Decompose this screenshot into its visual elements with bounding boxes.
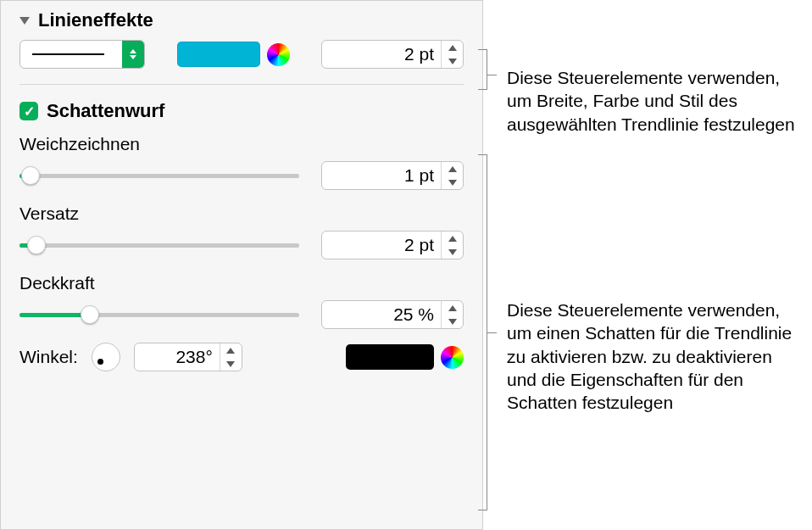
annotation-shadow-controls: Diese Steuerelemente verwenden, um einen… bbox=[507, 298, 804, 414]
shadow-color-swatch[interactable] bbox=[346, 344, 434, 370]
line-style-row: 2 pt bbox=[19, 40, 464, 69]
color-wheel-icon[interactable] bbox=[441, 346, 464, 369]
angle-row: Winkel: 238° bbox=[19, 343, 464, 371]
divider bbox=[19, 84, 464, 85]
opacity-group: Deckkraft 25 % bbox=[19, 273, 464, 329]
shadow-color-control bbox=[346, 344, 464, 370]
shadow-checkbox-row: ✓ Schattenwurf bbox=[19, 100, 464, 122]
annotation-line-controls: Diese Steuerelemente verwenden, um Breit… bbox=[507, 66, 795, 136]
slider-thumb-icon[interactable] bbox=[81, 305, 99, 324]
offset-value[interactable]: 2 pt bbox=[322, 235, 441, 255]
step-up-icon[interactable] bbox=[442, 162, 463, 176]
step-up-icon[interactable] bbox=[442, 41, 463, 54]
stroke-preview-icon bbox=[32, 53, 104, 55]
shadow-title: Schattenwurf bbox=[47, 100, 164, 122]
opacity-slider[interactable] bbox=[19, 313, 299, 317]
offset-label: Versatz bbox=[19, 204, 464, 224]
offset-slider[interactable] bbox=[19, 243, 299, 248]
opacity-label: Deckkraft bbox=[19, 273, 464, 293]
stroke-color-control bbox=[177, 42, 290, 67]
bracket-tick-icon bbox=[487, 332, 497, 333]
angle-indicator-icon bbox=[97, 359, 103, 365]
step-down-icon[interactable] bbox=[442, 245, 463, 259]
opacity-stepper[interactable] bbox=[441, 301, 463, 328]
blur-group: Weichzeichnen 1 pt bbox=[19, 134, 464, 190]
slider-fill bbox=[19, 313, 90, 317]
bracket-icon bbox=[487, 154, 487, 510]
stroke-width-stepper[interactable] bbox=[441, 41, 463, 68]
offset-group: Versatz 2 pt bbox=[19, 204, 464, 259]
step-up-icon[interactable] bbox=[442, 232, 463, 245]
offset-field[interactable]: 2 pt bbox=[321, 231, 464, 259]
checkmark-icon: ✓ bbox=[24, 103, 35, 120]
blur-label: Weichzeichnen bbox=[19, 134, 464, 154]
color-wheel-icon[interactable] bbox=[267, 43, 290, 66]
stroke-style-select[interactable] bbox=[19, 40, 145, 69]
opacity-field[interactable]: 25 % bbox=[321, 300, 464, 329]
slider-thumb-icon[interactable] bbox=[27, 236, 46, 254]
slider-thumb-icon[interactable] bbox=[21, 166, 40, 185]
bracket-icon bbox=[487, 49, 487, 90]
stroke-width-value[interactable]: 2 pt bbox=[322, 44, 441, 64]
angle-stepper[interactable] bbox=[220, 343, 242, 371]
step-down-icon[interactable] bbox=[220, 357, 242, 371]
disclosure-triangle-icon[interactable] bbox=[19, 17, 30, 25]
stroke-color-swatch[interactable] bbox=[177, 42, 260, 67]
shadow-checkbox[interactable]: ✓ bbox=[19, 102, 38, 120]
angle-label: Winkel: bbox=[19, 347, 78, 367]
step-down-icon[interactable] bbox=[442, 176, 463, 189]
stroke-dropdown-button[interactable] bbox=[122, 41, 144, 68]
updown-arrows-icon bbox=[130, 49, 136, 59]
step-down-icon[interactable] bbox=[442, 54, 463, 68]
line-effects-header[interactable]: Linieneffekte bbox=[19, 9, 464, 31]
angle-field[interactable]: 238° bbox=[134, 343, 242, 371]
step-down-icon[interactable] bbox=[442, 315, 463, 328]
angle-value[interactable]: 238° bbox=[135, 347, 220, 367]
blur-field[interactable]: 1 pt bbox=[321, 161, 464, 190]
opacity-value[interactable]: 25 % bbox=[322, 304, 441, 325]
step-up-icon[interactable] bbox=[442, 301, 463, 315]
annotation-area: Diese Steuerelemente verwenden, um Breit… bbox=[483, 0, 812, 530]
step-up-icon[interactable] bbox=[220, 343, 242, 357]
stroke-width-field[interactable]: 2 pt bbox=[321, 40, 464, 69]
inspector-panel: Linieneffekte 2 pt ✓ Schattenwurf Weichz… bbox=[0, 0, 483, 530]
bracket-tick-icon bbox=[487, 75, 497, 75]
blur-stepper[interactable] bbox=[441, 162, 463, 189]
angle-dial[interactable] bbox=[92, 343, 120, 371]
blur-value[interactable]: 1 pt bbox=[322, 165, 441, 186]
blur-slider[interactable] bbox=[19, 174, 299, 178]
offset-stepper[interactable] bbox=[441, 232, 463, 259]
line-effects-title: Linieneffekte bbox=[38, 9, 153, 31]
